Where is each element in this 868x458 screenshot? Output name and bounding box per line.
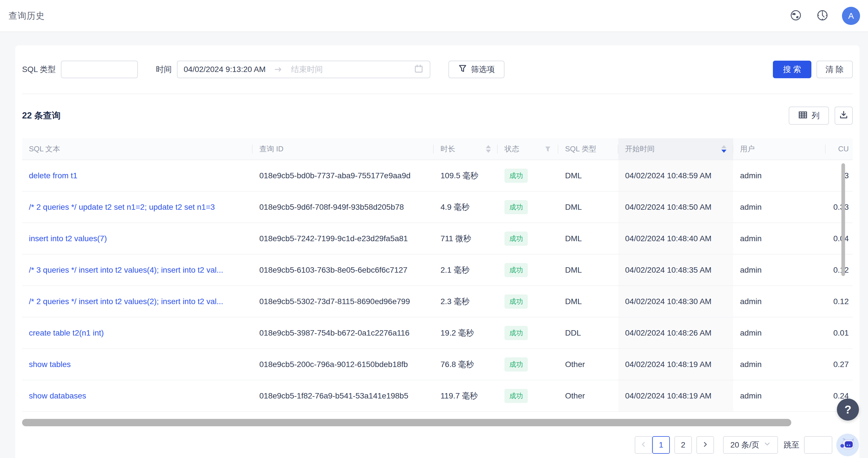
cell-text-id: 018e9cb5-bd0b-7737-aba9-755177e9aa9d — [259, 171, 410, 180]
cell-id: 018e9cb5-200c-796a-9012-6150bdeb18fb — [252, 349, 434, 380]
cell-text-user: admin — [740, 328, 762, 338]
cell-text-id: 018e9cb5-3987-754b-b672-0a1c2276a116 — [259, 328, 409, 338]
table-body: delete from t1018e9cb5-bd0b-7737-aba9-75… — [22, 160, 853, 418]
cell-user: admin — [733, 380, 826, 411]
cell-duration: 2.1 毫秒 — [434, 255, 498, 285]
cell-id: 018e9cb5-5302-73d7-8115-8690ed96e799 — [252, 286, 434, 317]
horizontal-scrollbar[interactable] — [22, 419, 791, 426]
page-button-2[interactable]: 2 — [674, 436, 692, 454]
page-title: 查询历史 — [8, 10, 45, 22]
col-header-status[interactable]: 状态 — [498, 138, 558, 160]
download-button[interactable] — [835, 107, 853, 125]
start-time-value: 04/02/2024 9:13:20 AM — [184, 65, 266, 74]
table-row: create table t2(n1 int)018e9cb5-3987-754… — [22, 317, 853, 349]
sql-text-link[interactable]: /* 2 queries */ update t2 set n1=2; upda… — [29, 203, 215, 212]
cell-sql: show tables — [22, 349, 252, 380]
cell-id: 018e9cb5-9d6f-708f-949f-93b58d205b78 — [252, 192, 434, 223]
cell-type: DML — [558, 255, 618, 285]
robot-mascot[interactable] — [836, 434, 859, 456]
cell-text-duration: 2.1 毫秒 — [440, 265, 470, 276]
status-badge: 成功 — [504, 294, 528, 309]
col-label-sql: SQL 文本 — [29, 144, 60, 154]
next-page-button[interactable] — [696, 436, 714, 454]
cell-type: DDL — [558, 317, 618, 348]
status-badge: 成功 — [504, 326, 528, 340]
cell-status: 成功 — [498, 380, 558, 411]
col-header-sql: SQL 文本 — [22, 138, 252, 160]
cell-type: Other — [558, 349, 618, 380]
section-divider — [22, 93, 853, 94]
status-badge: 成功 — [504, 169, 528, 183]
pagination: 12 20 条/页 跳至 — [635, 434, 859, 456]
help-icon: ? — [844, 403, 851, 416]
search-button[interactable]: 搜 索 — [773, 61, 811, 78]
avatar[interactable]: A — [842, 7, 860, 25]
filter-funnel-icon[interactable] — [544, 145, 552, 153]
cell-cu: 0.12 — [826, 286, 853, 317]
col-label-status: 状态 — [504, 144, 519, 154]
cell-duration: 109.5 毫秒 — [434, 160, 498, 191]
cell-text-start: 04/02/2024 10:48:19 AM — [625, 392, 711, 400]
col-header-start[interactable]: 开始时间 — [618, 138, 733, 160]
sql-text-link[interactable]: create table t2(n1 int) — [29, 328, 104, 338]
col-header-cu: CU — [826, 138, 853, 160]
cell-start: 04/02/2024 10:48:40 AM — [618, 223, 733, 254]
cell-start: 04/02/2024 10:48:19 AM — [618, 380, 733, 411]
sql-text-link[interactable]: /* 2 queries */ insert into t2 values(2)… — [29, 297, 223, 306]
time-label: 时间 — [156, 64, 172, 75]
sql-text-link[interactable]: delete from t1 — [29, 171, 77, 180]
cell-text-duration: 19.2 毫秒 — [440, 327, 474, 338]
page-size-select[interactable]: 20 条/页 — [723, 436, 778, 454]
sort-carets-icon[interactable] — [721, 145, 726, 153]
cell-id: 018e9cb5-1f82-76a9-b541-53a141e198b5 — [252, 380, 434, 411]
cell-text-type: Other — [565, 360, 585, 369]
time-range-picker[interactable]: 04/02/2024 9:13:20 AM 结束时间 — [177, 61, 430, 78]
table-row: /* 2 queries */ insert into t2 values(2)… — [22, 286, 853, 317]
columns-button[interactable]: 列 — [789, 107, 829, 125]
sql-text-link[interactable]: show databases — [29, 392, 86, 400]
status-badge: 成功 — [504, 389, 528, 403]
cell-status: 成功 — [498, 286, 558, 317]
sql-text-link[interactable]: /* 3 queries */ insert into t2 values(4)… — [29, 265, 223, 275]
sort-carets-icon[interactable] — [486, 145, 491, 153]
cell-cu: 0.04 — [826, 223, 853, 254]
cell-cu: 0.33 — [826, 192, 853, 223]
caret-down-icon — [486, 150, 491, 153]
cell-text-cu: 0.27 — [833, 360, 849, 369]
cell-type: DML — [558, 286, 618, 317]
timezone-clock-button[interactable] — [816, 9, 829, 22]
prev-page-button[interactable] — [635, 436, 652, 454]
cell-status: 成功 — [498, 349, 558, 380]
cell-sql: /* 2 queries */ update t2 set n1=2; upda… — [22, 192, 252, 223]
cell-sql: create table t2(n1 int) — [22, 317, 252, 348]
caret-down-icon — [721, 150, 726, 153]
sql-type-select[interactable] — [61, 61, 138, 78]
vertical-scrollbar[interactable] — [841, 163, 845, 276]
sql-type-label: SQL 类型 — [22, 64, 56, 75]
cell-text-duration: 119.7 毫秒 — [440, 391, 478, 401]
cell-id: 018e9cb5-bd0b-7737-aba9-755177e9aa9d — [252, 160, 434, 191]
table-row: /* 2 queries */ update t2 set n1=2; upda… — [22, 192, 853, 223]
jump-to-input[interactable] — [804, 436, 832, 454]
cell-text-duration: 2.3 毫秒 — [440, 296, 470, 307]
help-button[interactable]: ? — [837, 399, 859, 421]
col-header-duration[interactable]: 时长 — [434, 138, 498, 160]
caret-up-icon — [486, 145, 491, 148]
col-label-duration: 时长 — [440, 144, 455, 154]
clear-button[interactable]: 清 除 — [816, 61, 853, 78]
cell-text-user: admin — [740, 392, 762, 400]
cell-text-type: DML — [565, 297, 582, 306]
cell-user: admin — [733, 223, 826, 254]
chevron-left-icon — [640, 440, 647, 450]
cell-text-duration: 76.8 毫秒 — [440, 359, 474, 370]
table-row: insert into t2 values(7)018e9cb5-7242-71… — [22, 223, 853, 255]
cell-duration: 19.2 毫秒 — [434, 317, 498, 348]
cell-start: 04/02/2024 10:48:30 AM — [618, 286, 733, 317]
language-globe-button[interactable] — [789, 9, 802, 22]
sql-text-link[interactable]: insert into t2 values(7) — [29, 234, 107, 243]
cell-text-cu: 0.33 — [833, 203, 849, 212]
filter-options-button[interactable]: 筛选项 — [448, 61, 504, 78]
cell-duration: 119.7 毫秒 — [434, 380, 498, 411]
sql-text-link[interactable]: show tables — [29, 360, 71, 369]
page-button-1[interactable]: 1 — [652, 436, 670, 454]
